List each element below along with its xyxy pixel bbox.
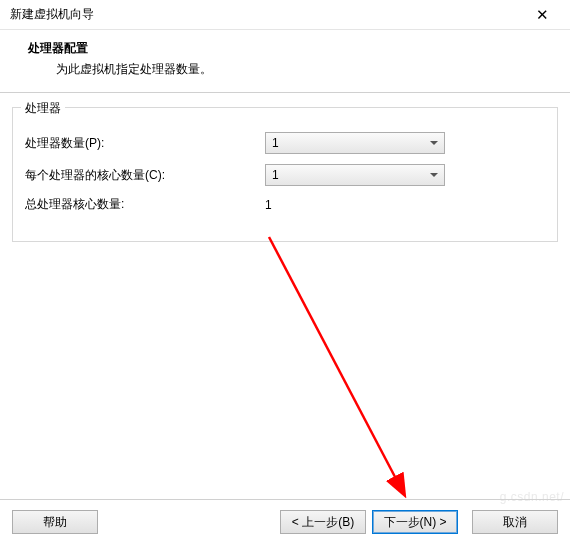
total-cores-row: 总处理器核心数量: 1: [25, 196, 545, 213]
cores-per-label: 每个处理器的核心数量(C):: [25, 167, 265, 184]
chevron-down-icon: [430, 141, 438, 145]
processor-count-label: 处理器数量(P):: [25, 135, 265, 152]
processor-groupbox: 处理器 处理器数量(P): 1 每个处理器的核心数量(C): 1 总处理器核心数…: [12, 107, 558, 242]
next-button[interactable]: 下一步(N) >: [372, 510, 458, 534]
page-subtitle: 为此虚拟机指定处理器数量。: [28, 61, 550, 78]
title-bar: 新建虚拟机向导 ✕: [0, 0, 570, 30]
total-cores-value: 1: [265, 198, 272, 212]
chevron-down-icon: [430, 173, 438, 177]
nav-button-group: < 上一步(B) 下一步(N) >: [280, 510, 458, 534]
close-icon[interactable]: ✕: [522, 1, 562, 29]
cores-per-value: 1: [272, 168, 279, 182]
footer-bar: 帮助 < 上一步(B) 下一步(N) > 取消: [0, 499, 570, 546]
cores-per-processor-row: 每个处理器的核心数量(C): 1: [25, 164, 545, 186]
wizard-header: 处理器配置 为此虚拟机指定处理器数量。: [0, 30, 570, 92]
content-area: 处理器 处理器数量(P): 1 每个处理器的核心数量(C): 1 总处理器核心数…: [0, 93, 570, 242]
processor-count-select[interactable]: 1: [265, 132, 445, 154]
help-button[interactable]: 帮助: [12, 510, 98, 534]
total-cores-label: 总处理器核心数量:: [25, 196, 265, 213]
back-button[interactable]: < 上一步(B): [280, 510, 366, 534]
groupbox-legend: 处理器: [21, 100, 65, 117]
svg-line-1: [269, 237, 404, 494]
annotation-arrow: [264, 232, 424, 512]
page-title: 处理器配置: [28, 40, 550, 57]
cancel-button[interactable]: 取消: [472, 510, 558, 534]
processor-count-row: 处理器数量(P): 1: [25, 132, 545, 154]
cores-per-select[interactable]: 1: [265, 164, 445, 186]
window-title: 新建虚拟机向导: [10, 6, 94, 23]
processor-count-value: 1: [272, 136, 279, 150]
